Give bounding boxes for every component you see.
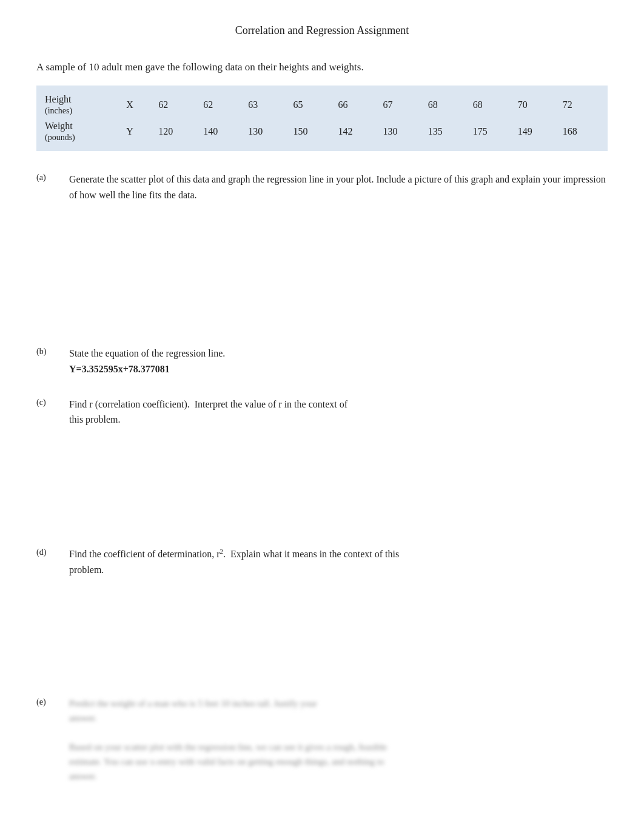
h5: 66 bbox=[329, 92, 374, 118]
question-c-label: (c) bbox=[36, 398, 46, 407]
question-c: (c) Find r (correlation coefficient). In… bbox=[36, 397, 608, 525]
weight-label: Weight (pounds) bbox=[45, 118, 122, 145]
question-d-label: (d) bbox=[36, 548, 46, 557]
intro-text: A sample of 10 adult men gave the follow… bbox=[36, 61, 608, 73]
height-var: X bbox=[122, 92, 150, 118]
w1: 120 bbox=[150, 118, 195, 145]
w10: 168 bbox=[554, 118, 599, 145]
question-b-answer: Y=3.352595x+78.377081 bbox=[69, 364, 608, 375]
weight-row: Weight (pounds) Y 120 140 130 150 142 13… bbox=[45, 118, 599, 145]
h6: 67 bbox=[375, 92, 420, 118]
question-e: (e) Predict the weight of a man who is 5… bbox=[36, 696, 608, 783]
question-d: (d) Find the coefficient of determinatio… bbox=[36, 546, 608, 675]
w8: 175 bbox=[465, 118, 509, 145]
w4: 150 bbox=[284, 118, 329, 145]
question-b-text: State the equation of the regression lin… bbox=[69, 346, 608, 361]
height-label: Height (inches) bbox=[45, 92, 122, 118]
w9: 149 bbox=[509, 118, 554, 145]
weight-unit: (pounds) bbox=[45, 133, 75, 142]
h7: 68 bbox=[420, 92, 465, 118]
question-a: (a) Generate the scatter plot of this da… bbox=[36, 172, 608, 324]
question-b: (b) State the equation of the regression… bbox=[36, 346, 608, 375]
h9: 70 bbox=[509, 92, 554, 118]
page-title: Correlation and Regression Assignment bbox=[36, 24, 608, 37]
h1: 62 bbox=[150, 92, 195, 118]
height-unit: (inches) bbox=[45, 106, 72, 115]
h2: 62 bbox=[195, 92, 240, 118]
question-e-text: Predict the weight of a man who is 5 fee… bbox=[69, 696, 608, 783]
w2: 140 bbox=[195, 118, 240, 145]
question-a-spacer bbox=[69, 203, 608, 324]
w6: 130 bbox=[375, 118, 420, 145]
data-table: Height (inches) X 62 62 63 65 66 67 68 6… bbox=[45, 92, 599, 145]
weight-var: Y bbox=[122, 118, 150, 145]
h4: 65 bbox=[284, 92, 329, 118]
question-e-label: (e) bbox=[36, 697, 46, 707]
question-d-spacer bbox=[69, 577, 608, 674]
question-c-text: Find r (correlation coefficient). Interp… bbox=[69, 397, 608, 428]
w7: 135 bbox=[420, 118, 465, 145]
question-c-spacer bbox=[69, 428, 608, 525]
question-b-label: (b) bbox=[36, 347, 46, 357]
h8: 68 bbox=[465, 92, 509, 118]
data-table-wrapper: Height (inches) X 62 62 63 65 66 67 68 6… bbox=[36, 86, 608, 151]
h10: 72 bbox=[554, 92, 599, 118]
h3: 63 bbox=[240, 92, 284, 118]
question-a-label: (a) bbox=[36, 173, 46, 183]
height-row: Height (inches) X 62 62 63 65 66 67 68 6… bbox=[45, 92, 599, 118]
w5: 142 bbox=[329, 118, 374, 145]
question-d-text: Find the coefficient of determination, r… bbox=[69, 546, 608, 578]
w3: 130 bbox=[240, 118, 284, 145]
question-a-text: Generate the scatter plot of this data a… bbox=[69, 172, 608, 203]
